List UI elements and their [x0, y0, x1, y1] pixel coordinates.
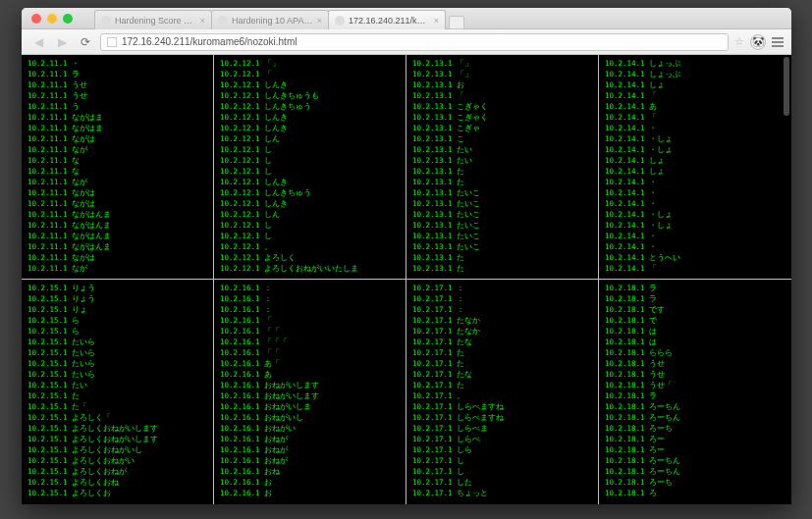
ip-address: 10.2.13.1 [412, 199, 453, 208]
close-button[interactable] [31, 14, 41, 24]
browser-window: Hardening Score Board×Hardening 10 APAC … [22, 8, 791, 504]
log-line: 10.2.16.1あ [220, 369, 400, 380]
log-line: 10.2.15.1よろしくおねがいします [27, 434, 207, 444]
log-line: 10.2.11.1ながはんま [27, 209, 207, 220]
log-line: 10.2.12.1しんき [220, 177, 400, 187]
log-text: しょ [649, 80, 665, 89]
log-line: 10.2.11.1なが [27, 177, 207, 187]
ip-address: 10.2.16.1 [220, 327, 260, 336]
page-icon [107, 37, 117, 47]
ip-address: 10.2.12.1 [220, 91, 260, 100]
log-text: こぎゃく [457, 102, 488, 111]
ip-address: 10.2.16.1 [220, 478, 260, 487]
log-text: お [264, 489, 272, 497]
log-text: は [649, 327, 657, 336]
monitor-cell: 10.2.17.1：10.2.17.1：10.2.17.1：10.2.17.1た… [406, 280, 598, 504]
log-text: たいら [72, 359, 95, 368]
tab[interactable]: 172.16.240.211/kuroma× [328, 10, 446, 29]
ip-address: 10.2.18.1 [605, 391, 645, 400]
ip-address: 10.2.16.1 [220, 370, 260, 379]
back-button[interactable]: ◀ [29, 33, 47, 51]
log-line: 10.2.14.1・しょ [605, 133, 785, 144]
ip-address: 10.2.13.1 [412, 102, 453, 111]
log-line: 10.2.18.1うせ「 [605, 380, 785, 390]
log-text: おねがいしま [264, 402, 311, 411]
url-text: 172.16.240.211/kuromame6/nozoki.html [122, 36, 297, 47]
ip-address: 10.2.16.1 [220, 316, 260, 325]
ip-address: 10.2.14.1 [605, 264, 645, 273]
minimize-button[interactable] [47, 14, 57, 24]
menu-button[interactable] [772, 37, 784, 47]
ip-address: 10.2.13.1 [412, 188, 453, 197]
reload-button[interactable]: ⟳ [77, 33, 94, 51]
log-text: うせ [649, 370, 665, 379]
log-text: ながはんま [72, 242, 111, 251]
zoom-button[interactable] [63, 14, 73, 24]
log-text: ららら [649, 348, 673, 357]
address-bar[interactable]: 172.16.240.211/kuromame6/nozoki.html [100, 33, 729, 51]
log-line: 10.2.13.1「」 [412, 58, 592, 69]
log-line: 10.2.13.1たいこ [412, 220, 592, 231]
tab[interactable]: Hardening Score Board× [94, 10, 212, 29]
log-text: ながはんま [72, 210, 111, 219]
tab-close-icon[interactable]: × [317, 16, 322, 26]
log-text: おねが [264, 435, 288, 443]
ip-address: 10.2.12.1 [220, 102, 260, 111]
ip-address: 10.2.14.1 [605, 178, 645, 186]
log-line: 10.2.13.1た [412, 177, 592, 187]
ip-address: 10.2.16.1 [220, 391, 260, 400]
tab[interactable]: Hardening 10 APAC Moni× [211, 10, 329, 29]
ip-address: 10.2.16.1 [220, 435, 260, 443]
log-line: 10.2.18.1ラ [605, 283, 785, 293]
monitor-cell: 10.2.13.1「」10.2.13.1「」10.2.13.1お10.2.13.… [406, 55, 598, 280]
scrollbar[interactable] [784, 57, 789, 116]
log-text: ： [457, 305, 464, 314]
log-line: 10.2.15.1たいら [27, 369, 207, 380]
log-text: なが [72, 264, 87, 273]
log-text: よろしくおねがいいたしま [264, 264, 358, 273]
monitor-cell: 10.2.12.1「」10.2.12.1「10.2.12.1しんき10.2.12… [214, 55, 406, 280]
monitor-column: 10.2.11.1・10.2.11.1ラ10.2.11.1うせ10.2.11.1… [22, 55, 214, 504]
log-line: 10.2.12.1し [220, 144, 400, 155]
ip-address: 10.2.11.1 [27, 167, 68, 176]
ip-address: 10.2.11.1 [27, 134, 68, 143]
log-line: 10.2.16.1「「 [220, 347, 400, 358]
log-line: 10.2.17.1しらべますね [412, 401, 592, 412]
monitor-cell: 10.2.16.1：10.2.16.1：10.2.16.1：10.2.16.1「… [214, 280, 406, 504]
log-text: 「 [264, 70, 272, 78]
log-line: 10.2.17.1しら [412, 444, 592, 455]
log-text: で [649, 316, 657, 325]
ip-address: 10.2.12.1 [220, 156, 260, 165]
log-text: たいこ [457, 199, 480, 208]
log-text: ろー [649, 435, 665, 443]
tab-close-icon[interactable]: × [200, 16, 205, 26]
log-line: 10.2.13.1た [412, 263, 592, 274]
new-tab-button[interactable] [449, 16, 464, 29]
log-text: たい [457, 156, 472, 165]
tab-title: 172.16.240.211/kuroma [349, 16, 430, 26]
monitor-grid: 10.2.11.1・10.2.11.1ラ10.2.11.1うせ10.2.11.1… [22, 55, 791, 504]
bookmark-star-icon[interactable]: ☆ [734, 35, 744, 48]
log-text: ・ [649, 199, 657, 208]
log-text: おね [264, 467, 280, 476]
log-text: 「」 [264, 59, 280, 68]
ip-address: 10.2.11.1 [27, 59, 68, 68]
ip-address: 10.2.12.1 [220, 80, 260, 89]
log-line: 10.2.18.1ろーちん [605, 412, 785, 423]
log-text: しんき [264, 199, 288, 208]
ip-address: 10.2.14.1 [605, 145, 645, 154]
extension-icon[interactable]: 🐼 [750, 34, 766, 50]
forward-button[interactable]: ▶ [53, 33, 71, 51]
ip-address: 10.2.16.1 [220, 305, 260, 314]
log-line: 10.2.12.1しんきちゅうも [220, 90, 400, 101]
log-line: 10.2.16.1おねがいし [220, 412, 400, 423]
log-line: 10.2.11.1ながは [27, 198, 207, 209]
tab-close-icon[interactable]: × [434, 16, 439, 26]
log-text: し [264, 221, 272, 230]
ip-address: 10.2.17.1 [412, 424, 453, 433]
ip-address: 10.2.14.1 [605, 199, 645, 208]
log-text: お [457, 80, 464, 89]
log-line: 10.2.15.1りょ [27, 304, 207, 315]
log-line: 10.2.16.1「「「 [220, 337, 400, 347]
log-line: 10.2.13.1た [412, 252, 592, 263]
